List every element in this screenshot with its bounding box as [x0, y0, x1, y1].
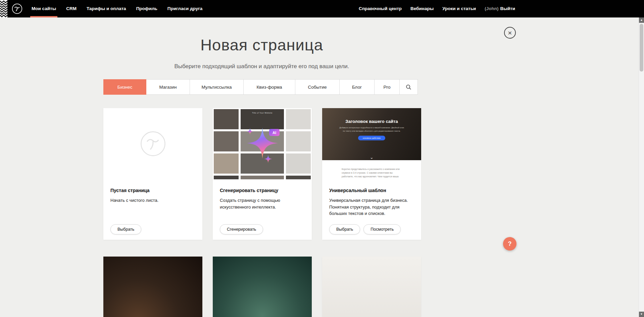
zigzag-decoration — [0, 0, 7, 17]
card-title: Сгенерировать страницу — [220, 188, 305, 193]
tab-business[interactable]: Бизнес — [103, 79, 146, 95]
user-name: (John) — [485, 0, 498, 17]
tab-quiz-form[interactable]: Квиз-форма — [243, 79, 295, 95]
nav-item-profile[interactable]: Профиль — [136, 0, 157, 17]
mini-site-subtext: Добавьте интересные подробности о вашей … — [339, 126, 405, 133]
template-preview-image — [322, 257, 421, 317]
template-card-partial[interactable] — [322, 257, 421, 317]
help-button[interactable]: ? — [503, 237, 516, 251]
scrollbar[interactable]: ▲ ▼ — [639, 17, 644, 317]
template-preview-image — [213, 257, 312, 317]
mini-site-heading: Заголовок вашего сайта — [345, 119, 398, 124]
collage-tile — [214, 176, 239, 179]
collage-caption: Title of Your Website — [241, 112, 284, 114]
top-navbar: Мои сайты CRM Тарифы и оплата Профиль Пр… — [0, 0, 644, 17]
tilda-logo-icon[interactable] — [12, 3, 22, 14]
nav-item-webinars[interactable]: Вебинары — [410, 0, 434, 17]
blank-card-preview[interactable] — [103, 108, 202, 179]
choose-button[interactable]: Выбрать — [110, 224, 141, 234]
ai-card-preview[interactable]: Title of Your Website — [213, 108, 312, 179]
nav-item-my-sites[interactable]: Мои сайты — [32, 0, 56, 17]
preview-button[interactable]: Посмотреть — [363, 224, 401, 234]
nav-item-tutorials[interactable]: Уроки и статьи — [442, 0, 476, 17]
mini-site-cta-button: основное действие — [358, 136, 386, 140]
page-subtitle: Выберите подходящий шаблон и адаптируйте… — [0, 63, 524, 70]
navbar-main-menu: Мои сайты CRM Тарифы и оплата Профиль Пр… — [32, 0, 202, 17]
question-mark-icon: ? — [508, 240, 512, 247]
close-icon: × — [508, 29, 512, 36]
logout-link[interactable]: Выйти — [500, 0, 515, 17]
card-title: Универсальный шаблон — [329, 188, 414, 193]
collage-tile — [241, 176, 284, 179]
ai-sparkle-icon — [234, 115, 291, 172]
tilda-watermark-icon — [140, 131, 166, 157]
tab-event[interactable]: Событие — [295, 79, 340, 95]
navbar-secondary-menu: Справочный центр Вебинары Уроки и статьи… — [359, 0, 524, 17]
card-title: Пустая страница — [110, 188, 195, 193]
scroll-up-arrow[interactable]: ▲ — [639, 17, 644, 23]
ai-badge: AI — [269, 129, 280, 136]
nav-item-help-center[interactable]: Справочный центр — [359, 0, 402, 17]
template-card-partial[interactable] — [103, 257, 202, 317]
tab-store[interactable]: Магазин — [146, 79, 190, 95]
chevron-down-icon: ⌄ — [322, 155, 421, 160]
template-card-ai: Title of Your Website — [213, 108, 312, 240]
tab-search[interactable] — [399, 79, 418, 95]
template-preview-image — [103, 257, 202, 317]
card-description: Универсальная страница для бизнеса. Поня… — [329, 197, 414, 217]
scroll-down-arrow[interactable]: ▼ — [639, 312, 644, 317]
page-title: Новая страница — [0, 36, 524, 54]
tab-pro[interactable]: Pro — [374, 79, 400, 95]
nav-item-invite-friend[interactable]: Пригласи друга — [167, 0, 202, 17]
app: Мои сайты CRM Тарифы и оплата Профиль Пр… — [0, 0, 644, 317]
card-description: Начать с чистого листа. — [110, 197, 195, 204]
collage-tile — [286, 176, 311, 179]
choose-button[interactable]: Выбрать — [329, 224, 360, 234]
template-card-blank: Пустая страница Начать с чистого листа. … — [103, 108, 202, 240]
tab-link-in-bio[interactable]: Мультиссылка — [190, 79, 244, 95]
scrollbar-thumb[interactable] — [640, 24, 643, 72]
generate-button[interactable]: Сгенерировать — [220, 224, 263, 234]
mini-site-preview: Заголовок вашего сайта Добавьте интересн… — [322, 108, 421, 179]
nav-item-crm[interactable]: CRM — [66, 0, 77, 17]
template-card-universal: Заголовок вашего сайта Добавьте интересн… — [322, 108, 421, 240]
template-grid: Пустая страница Начать с чистого листа. … — [103, 108, 422, 317]
universal-card-preview[interactable]: Заголовок вашего сайта Добавьте интересн… — [322, 108, 421, 179]
nav-item-pricing[interactable]: Тарифы и оплата — [87, 0, 126, 17]
card-description: Создать страницу с помощью искусственног… — [220, 197, 305, 210]
tab-blog[interactable]: Блог — [339, 79, 375, 95]
user-logout[interactable]: (John) Выйти — [485, 0, 515, 17]
mini-site-body-text: Коротко представьтесь и расскажите о ком… — [342, 167, 402, 179]
template-card-partial[interactable] — [213, 257, 312, 317]
category-tabs: Бизнес Магазин Мультиссылка Квиз-форма С… — [103, 79, 418, 95]
mini-site-hero: Заголовок вашего сайта Добавьте интересн… — [322, 108, 421, 160]
search-icon — [406, 84, 411, 90]
